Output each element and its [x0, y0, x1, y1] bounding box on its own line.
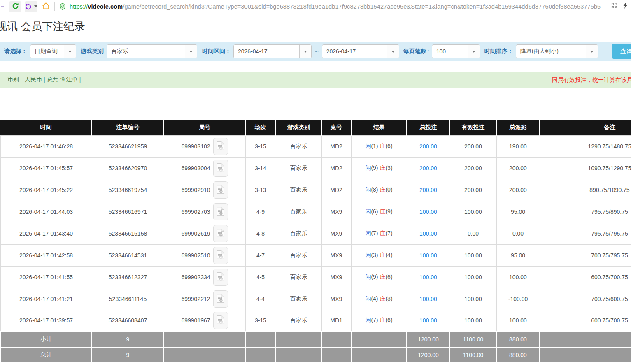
sort-label: 时间排序：: [484, 48, 513, 55]
cell-result: 闲(7) 庄(6): [351, 310, 407, 332]
cell-valid-bet: 200.00: [450, 157, 496, 179]
chevron-down-icon[interactable]: [185, 45, 197, 58]
subtotal-label: 小计: [0, 332, 92, 347]
video-replay-button[interactable]: [213, 203, 228, 220]
header-time: 时间: [0, 120, 92, 135]
result-player-label: 闲: [365, 274, 371, 280]
video-replay-button[interactable]: [213, 181, 228, 199]
undo-button[interactable]: [25, 1, 37, 12]
result-banker-label: 庄: [380, 165, 385, 171]
chevron-down-icon[interactable]: [586, 45, 598, 58]
cell-table-no: MD1: [321, 310, 351, 332]
chevron-down-icon[interactable]: [299, 45, 311, 58]
address-bar[interactable]: https://videoie.com/game/betrecord_searc…: [70, 3, 607, 10]
cell-note: 795.75/890.75: [540, 201, 631, 223]
cell-result: 闲(7) 庄(7): [351, 223, 407, 244]
search-button[interactable]: 查询: [612, 44, 631, 59]
per-page-label: 每页笔数: [403, 48, 426, 55]
refresh-icon: [12, 2, 19, 11]
date-from-select[interactable]: 2026-04-17: [233, 44, 312, 58]
total-bet-link[interactable]: 100.00: [419, 252, 437, 259]
result-player-value: (8): [371, 186, 378, 193]
cell-round-no: 699902910: [164, 179, 245, 201]
video-replay-button[interactable]: [213, 138, 228, 155]
header-result: 结果: [351, 120, 407, 135]
video-replay-button[interactable]: [213, 160, 228, 177]
result-banker-value: (4): [385, 252, 392, 258]
cell-time: 2026-04-17 01:42:58: [0, 244, 92, 266]
cell-round-no: 699902510: [164, 244, 245, 266]
cell-game-type: 百家乐: [276, 244, 321, 266]
per-page-select[interactable]: 100: [432, 44, 480, 58]
total-bet-link[interactable]: 100.00: [419, 274, 437, 281]
cell-table-no: MX9: [321, 288, 351, 310]
query-type-select[interactable]: 日期查询: [30, 44, 76, 58]
query-type-value: 日期查询: [30, 45, 64, 58]
video-replay-button[interactable]: [213, 269, 228, 286]
total-bet-link[interactable]: 100.00: [419, 209, 437, 215]
result-banker-value: (6): [385, 143, 392, 149]
video-file-icon: [217, 272, 224, 283]
security-shield-icon[interactable]: [59, 3, 66, 10]
header-payout: 总派彩: [496, 120, 540, 135]
cell-valid-bet: 100.00: [450, 288, 496, 310]
toolbar-divider: [54, 2, 55, 11]
table-row: 2026-04-17 01:42:58 523346614531 6999025…: [0, 244, 631, 266]
chevron-down-icon[interactable]: [468, 45, 480, 58]
home-button[interactable]: [42, 2, 50, 12]
round-number: 699902212: [181, 296, 210, 302]
total-count: 9: [92, 347, 164, 363]
result-player-label: 闲: [365, 295, 371, 302]
cell-total-bet: 100.00: [407, 201, 450, 223]
chevron-down-icon[interactable]: [387, 45, 399, 58]
total-bet-link[interactable]: 100.00: [419, 296, 437, 302]
result-player-value: (1): [371, 143, 378, 149]
cell-note: 700.75/795.75: [540, 244, 631, 266]
video-replay-button[interactable]: [213, 290, 228, 308]
cell-time: 2026-04-17 01:45:57: [0, 157, 92, 179]
refresh-button[interactable]: [9, 1, 21, 12]
game-type-select[interactable]: 百家乐: [107, 44, 197, 58]
game-type-label: 游戏类别: [81, 48, 104, 55]
sort-value: 降幂(由大到小): [516, 45, 586, 58]
result-player-label: 闲: [365, 186, 371, 193]
cell-payout: 95.00: [496, 244, 540, 266]
range-tilde: ~: [315, 48, 319, 55]
video-replay-button[interactable]: [213, 225, 228, 242]
total-bet-link[interactable]: 200.00: [419, 165, 437, 172]
cell-session: 4-7: [245, 244, 276, 266]
video-file-icon: [217, 206, 224, 217]
date-to-select[interactable]: 2026-04-17: [322, 44, 399, 58]
cell-note: 890.75/1090.75: [540, 179, 631, 201]
cell-time: 2026-04-17 01:45:22: [0, 179, 92, 201]
result-player-value: (7): [371, 317, 378, 323]
query-type-label: 请选择：: [4, 48, 27, 55]
video-replay-button[interactable]: [213, 247, 228, 264]
chevron-down-icon[interactable]: [64, 45, 76, 58]
video-replay-button[interactable]: [213, 312, 228, 329]
cell-table-no: MD2: [321, 135, 351, 157]
subtotal-valid-bet: 1100.00: [450, 332, 496, 347]
table-row: 2026-04-17 01:39:57 523346608407 6999019…: [0, 310, 631, 332]
video-file-icon: [217, 185, 224, 195]
subtotal-payout: 880.00: [496, 332, 540, 347]
sort-select[interactable]: 降幂(由大到小): [516, 44, 598, 58]
cell-game-type: 百家乐: [276, 223, 321, 244]
cell-session: 4-9: [245, 201, 276, 223]
cell-game-type: 百家乐: [276, 310, 321, 332]
cell-bet-id: 523346612327: [92, 266, 164, 288]
cell-result: 闲(6) 庄(9): [351, 201, 407, 223]
total-bet-link[interactable]: 200.00: [419, 143, 437, 150]
result-banker-value: (9): [385, 208, 392, 215]
total-bet-link[interactable]: 100.00: [419, 230, 437, 237]
lightning-icon[interactable]: [622, 2, 629, 11]
qr-code-icon[interactable]: [611, 2, 617, 10]
cell-payout: 95.00: [496, 201, 540, 223]
result-banker-value: (3): [385, 295, 392, 302]
total-bet-link[interactable]: 200.00: [419, 187, 437, 193]
cell-valid-bet: 100.00: [450, 310, 496, 332]
header-table-no: 桌号: [321, 120, 351, 135]
bet-records-table: 时间 注单编号 局号 场次 游戏类别 桌号 结果 总投注 有效投注 总派彩 备注…: [0, 120, 631, 363]
subtotal-row: 小计 9 1200.00 1100.00 880.00: [0, 332, 631, 347]
total-bet-link[interactable]: 100.00: [419, 317, 437, 324]
